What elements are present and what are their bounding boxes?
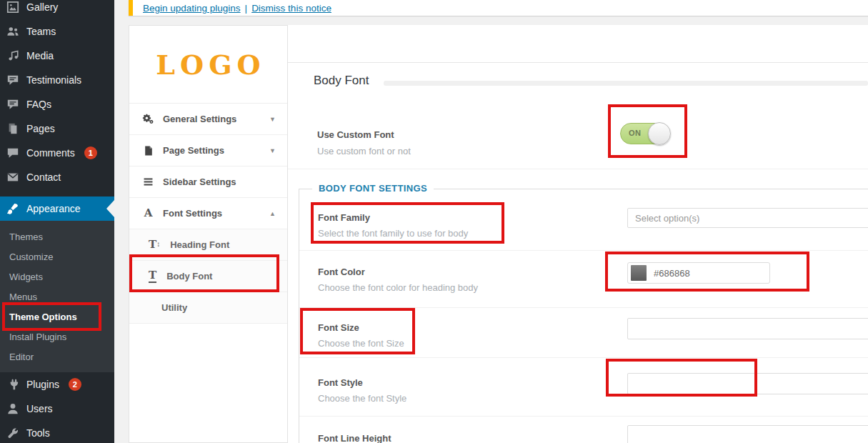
tools-icon [6, 426, 20, 440]
submenu-item-editor[interactable]: Editor [0, 347, 114, 367]
content-header [288, 25, 868, 63]
sidebar-item-label: Comments [26, 147, 75, 159]
color-value: #686868 [654, 268, 690, 279]
sidebar-item-label: Pages [26, 123, 55, 134]
toggle-knob[interactable] [648, 122, 671, 145]
submenu-item-customize[interactable]: Customize [0, 247, 114, 267]
body-font-settings-page: Body Font Use Custom Font Use custom fon… [288, 25, 868, 443]
menu-item-label: Page Settings [163, 145, 224, 156]
chevron-down-icon: ▼ [269, 147, 276, 154]
menu-item-font-settings[interactable]: A Font Settings ▲ [129, 198, 287, 229]
page-icon [142, 144, 154, 156]
sidebar-item-users[interactable]: Users [0, 397, 114, 421]
teams-icon [6, 24, 20, 39]
theme-options-panel: LOGO General Settings ▼ Page Settings ▼ … [129, 25, 288, 443]
sidebar-item-label: Contact [26, 171, 61, 183]
dismiss-notice-link[interactable]: Dismiss this notice [251, 3, 331, 14]
sidebar-item-contact[interactable]: Contact [0, 165, 114, 189]
sidebar-item-label: Teams [26, 26, 56, 37]
font-family-input[interactable] [627, 208, 868, 228]
sidebar-item-plugins[interactable]: Plugins 2 [0, 372, 114, 397]
contact-icon [6, 170, 20, 184]
font-style-label: Font Style [318, 377, 363, 388]
sidebar-item-appearance[interactable]: Appearance [0, 196, 114, 221]
body-font-icon: T [149, 270, 156, 283]
appearance-submenu: Themes Customize Widgets Menus Theme Opt… [0, 221, 114, 372]
logo-box: LOGO [129, 26, 287, 104]
sidebar-item-label: Media [26, 50, 54, 61]
sidebar-item-label: Plugins [26, 379, 59, 390]
submenu-item-label: Body Font [166, 271, 212, 282]
font-style-input[interactable] [627, 373, 868, 394]
menu-item-label: Font Settings [163, 208, 222, 219]
submenu-item-theme-options[interactable]: Theme Options [0, 307, 114, 327]
page-title: Body Font [314, 74, 369, 88]
font-style-desc: Choose the font Style [318, 393, 406, 404]
submenu-item-body-font[interactable]: T Body Font [129, 261, 287, 292]
font-family-row: Font Family Select the font family to us… [299, 189, 868, 251]
submenu-item-label: Heading Font [170, 239, 229, 250]
submenu-item-widgets[interactable]: Widgets [0, 267, 114, 287]
sidebar-item-tools[interactable]: Tools [0, 421, 114, 443]
sidebar-item-pages[interactable]: Pages [0, 116, 114, 141]
gear-icon [142, 113, 154, 125]
submenu-item-menus[interactable]: Menus [0, 287, 114, 307]
sidebar-item-teams[interactable]: Teams [0, 19, 114, 44]
update-notice: Begin updating plugins | Dismiss this no… [129, 0, 868, 16]
submenu-item-themes[interactable]: Themes [0, 227, 114, 247]
font-size-input[interactable] [627, 318, 868, 339]
sidebar-item-label: Testimonials [26, 74, 81, 86]
use-custom-font-toggle[interactable]: ON [620, 123, 670, 144]
row-divider [288, 169, 868, 169]
title-divider [384, 81, 868, 86]
font-line-height-input[interactable] [627, 425, 868, 443]
pages-icon [6, 121, 20, 136]
appearance-icon [6, 201, 20, 216]
sidebar-item-gallery[interactable]: Gallery [0, 0, 114, 19]
sidebar-item-label: Gallery [26, 1, 58, 13]
font-color-label: Font Color [318, 267, 365, 277]
heading-font-icon: T↕ [149, 239, 160, 250]
logo: LOGO [151, 49, 265, 81]
menu-item-general-settings[interactable]: General Settings ▼ [129, 104, 287, 135]
font-size-row: Font Size Choose the font Size [299, 308, 868, 358]
sidebar-item-label: FAQs [26, 99, 51, 110]
toggle-state-label: ON [629, 129, 642, 137]
plugins-count-badge: 2 [69, 378, 81, 391]
sidebar-item-label: Appearance [26, 203, 81, 214]
comments-count-badge: 1 [84, 146, 97, 159]
use-custom-font-label: Use Custom Font [317, 129, 394, 140]
comments-icon [6, 146, 20, 160]
begin-updating-plugins-link[interactable]: Begin updating plugins [143, 3, 241, 14]
font-color-desc: Choose the font color for heading body [318, 282, 478, 293]
font-family-label: Font Family [318, 212, 370, 223]
menu-item-sidebar-settings[interactable]: Sidebar Settings [129, 166, 287, 198]
sidebar-item-label: Users [26, 403, 53, 414]
submenu-item-heading-font[interactable]: T↕ Heading Font [129, 229, 287, 261]
chevron-up-icon: ▲ [269, 210, 276, 217]
font-line-height-row: Font Line Height [299, 417, 868, 443]
list-icon [142, 176, 154, 188]
testimonials-icon [6, 73, 20, 87]
admin-sidebar: Gallery Teams Media Testimonials FAQs Pa… [0, 0, 114, 443]
sidebar-item-faqs[interactable]: FAQs [0, 92, 114, 116]
font-line-height-label: Font Line Height [318, 433, 391, 443]
submenu-item-utility[interactable]: Utility [129, 292, 287, 324]
sidebar-item-comments[interactable]: Comments 1 [0, 141, 114, 165]
body-font-settings-fieldset: BODY FONT SETTINGS Font Family Select th… [299, 189, 868, 443]
font-color-row: Font Color Choose the font color for hea… [299, 251, 868, 308]
notice-separator: | [245, 3, 248, 14]
faqs-icon [6, 97, 20, 111]
menu-item-label: General Settings [163, 114, 236, 124]
sidebar-item-testimonials[interactable]: Testimonials [0, 68, 114, 92]
media-icon [6, 49, 20, 63]
font-color-input[interactable]: #686868 [627, 262, 770, 284]
color-swatch[interactable] [631, 265, 647, 281]
font-style-row: Font Style Choose the font Style [299, 358, 868, 417]
submenu-item-label: Utility [161, 302, 187, 313]
sidebar-item-label: Tools [26, 427, 50, 439]
use-custom-font-desc: Use custom font or not [317, 146, 411, 156]
submenu-item-install-plugins[interactable]: Install Plugins [0, 327, 114, 347]
sidebar-item-media[interactable]: Media [0, 44, 114, 68]
menu-item-page-settings[interactable]: Page Settings ▼ [129, 135, 287, 166]
